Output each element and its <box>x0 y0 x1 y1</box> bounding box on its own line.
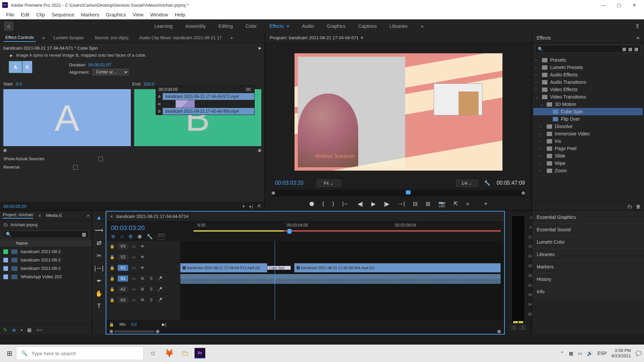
workspace-captions[interactable]: Captions <box>358 23 377 29</box>
alignment-select[interactable]: Center at ... <box>92 69 129 75</box>
bin-icon[interactable]: 🗀 <box>3 222 8 227</box>
selection-tool-icon[interactable]: ▲ <box>96 214 102 221</box>
track-header-V2[interactable]: 🔒V2▭👁 <box>106 252 180 262</box>
zoom-handle-l[interactable] <box>110 330 113 333</box>
tray-clock[interactable]: 3:58 PM8/23/2021 <box>611 348 631 358</box>
workspace-libraries[interactable]: Libraries <box>389 23 408 29</box>
project-search[interactable]: 🔍▦ <box>3 231 89 238</box>
effects-item-page-peel[interactable]: ›Page Peel <box>533 145 643 152</box>
start-value[interactable]: 0.0 <box>16 81 22 86</box>
program-monitor[interactable]: Andrea Suescun <box>265 43 532 177</box>
project-item[interactable]: WhatsApp Video 202 <box>0 273 92 281</box>
reverse-checkbox[interactable] <box>73 165 78 170</box>
effects-item-immersive-video[interactable]: ›Immersive Video <box>533 130 643 137</box>
overflow-icon[interactable]: » <box>466 200 469 207</box>
effects-item-dissolve[interactable]: ›Dissolve <box>533 123 643 130</box>
ripple-tool-icon[interactable]: ⇄ <box>97 239 102 247</box>
lock-mix-icon[interactable]: 🔒 <box>109 322 114 327</box>
maximize-button[interactable]: ▢ <box>611 0 627 10</box>
panel-menu-icon[interactable]: ≡ <box>637 35 639 41</box>
project-item[interactable]: bandicam 2021-08-2 <box>0 247 92 256</box>
skip-icon[interactable]: ▶| <box>162 322 166 327</box>
tab-lumetri-scopes[interactable]: Lumetri Scopes <box>51 34 86 42</box>
mix-value[interactable]: 0.0 <box>131 322 137 327</box>
effects-item-iris[interactable]: ›Iris <box>533 137 643 145</box>
firefox-icon[interactable]: 🦊 <box>162 347 176 360</box>
zoom-fit-select[interactable]: Fit ⌄ <box>317 180 341 187</box>
menu-file[interactable]: File <box>3 11 17 18</box>
freeform-icon[interactable]: ✎ <box>3 327 7 333</box>
workspace-effects[interactable]: Effects <box>269 23 284 29</box>
menu-help[interactable]: Help <box>171 11 189 18</box>
panel-lumetri-color[interactable]: Lumetri Color <box>532 236 644 248</box>
mini-transition[interactable] <box>175 100 195 108</box>
effects-item-zoom[interactable]: ›Zoom <box>533 167 643 174</box>
sequence-name[interactable]: bandicam 2021-08-21 17-34-04-571 <box>116 214 186 219</box>
delete-icon[interactable]: 🗑 <box>636 204 641 209</box>
razor-tool-icon[interactable]: ✂ <box>97 252 102 259</box>
tray-notifications-icon[interactable]: 💬 <box>636 351 641 356</box>
play-transition-icon[interactable]: ▶ <box>259 46 261 50</box>
fx-badge-1-icon[interactable]: ▦ <box>622 47 626 52</box>
settings-icon[interactable]: 🔧 <box>484 180 490 186</box>
workspace-editing[interactable]: Editing <box>218 23 233 29</box>
preview-play-icon[interactable]: ▶ <box>10 53 13 57</box>
track-header-A2[interactable]: 🔒A2▭MS🎤 <box>106 284 180 295</box>
effects-item-audio-transitions[interactable]: ›Audio Transitions <box>533 78 643 86</box>
effects-item-presets[interactable]: ›Presets <box>533 56 643 64</box>
workspace-assembly[interactable]: Assembly <box>185 23 206 29</box>
add-button-icon[interactable]: + <box>484 200 487 207</box>
preview-slider[interactable] <box>3 148 261 153</box>
freeform-view-icon[interactable]: ▦ <box>27 327 32 333</box>
effects-item-3d-motion[interactable]: ⌄3D Motion <box>533 101 643 108</box>
duration-value[interactable]: 00:00:01:07 <box>88 62 111 67</box>
fx-badge-2-icon[interactable]: ▦ <box>628 47 632 52</box>
effects-item-flip-over[interactable]: Flip Over <box>533 115 643 123</box>
effects-item-cube-spin[interactable]: Cube Spin <box>533 108 643 115</box>
tab-media[interactable]: Media E <box>46 213 62 218</box>
snapshot-icon[interactable]: 📷 <box>438 200 445 207</box>
workspace-color[interactable]: Color <box>246 23 257 29</box>
panel-essential-graphics[interactable]: Essential Graphics <box>532 211 644 223</box>
workspace-learning[interactable]: Learning <box>154 23 173 29</box>
goto-out-icon[interactable]: →| <box>397 200 405 207</box>
column-name[interactable]: Name <box>0 239 92 247</box>
new-item-icon[interactable]: ▦ <box>82 232 86 237</box>
filter-icon[interactable]: ▾ <box>243 204 245 209</box>
clip-2[interactable]: bandicam 2021-08-21 17-42-48-954.mp4 [V] <box>294 263 501 273</box>
tray-chevron-icon[interactable]: ⌃ <box>560 351 564 356</box>
tag-icon[interactable]: ⬣ <box>138 234 142 240</box>
timeline-content[interactable]: bandicam 2021-08-21 17-34-04-571.mp4 [V]… <box>180 241 504 320</box>
tray-volume-icon[interactable]: 🔊 <box>587 351 593 356</box>
minimize-button[interactable]: — <box>596 0 611 10</box>
menu-view[interactable]: View <box>129 11 147 18</box>
zoom-slider[interactable]: ○─ <box>36 327 42 333</box>
extract-icon[interactable]: ⊞ <box>426 200 430 207</box>
menu-clip[interactable]: Clip <box>33 11 48 18</box>
tray-battery-icon[interactable]: ▭ <box>578 351 582 356</box>
step-fwd-icon[interactable]: |▶ <box>384 200 389 207</box>
panel-markers[interactable]: Markers <box>532 260 644 273</box>
goto-in-icon[interactable]: |← <box>342 200 349 207</box>
project-item[interactable]: bandicam 2021-08-2 <box>0 264 92 273</box>
effects-item-video-transitions[interactable]: ⌄Video Transitions <box>533 93 643 101</box>
tab-project[interactable]: Project: Arichan <box>3 212 33 219</box>
icon-view-icon[interactable]: ▪ <box>21 327 22 333</box>
mini-clip-a[interactable]: bandicam 2021-08-21 17-34-04-571.mp4 <box>163 93 254 100</box>
panel-history[interactable]: History <box>532 273 644 285</box>
program-scrubber[interactable] <box>272 190 525 196</box>
solo-r[interactable]: S <box>520 325 526 330</box>
timeline-ruler[interactable]: 9:05 00:03:04:05 00:03:09:04 <box>194 221 504 241</box>
premiere-taskbar-icon[interactable]: Pr <box>195 348 205 359</box>
transition-cube-spin[interactable]: Cube Spin <box>267 266 291 270</box>
track-select-tool-icon[interactable]: ⟶ <box>95 227 103 234</box>
program-tc-left[interactable]: 00:03:03:20 <box>275 180 304 186</box>
workspace-audio[interactable]: Audio <box>302 23 314 29</box>
marker-icon[interactable]: ⬣ <box>309 200 314 207</box>
play-icon[interactable]: ▶ <box>371 200 376 207</box>
new-bin-icon[interactable]: 🗀 <box>627 204 632 209</box>
show-actual-checkbox[interactable] <box>98 157 103 161</box>
out-point-icon[interactable]: } <box>332 200 334 207</box>
ec-timecode[interactable]: 00:03:03:20 <box>3 204 26 209</box>
slip-tool-icon[interactable]: |↔| <box>94 265 103 272</box>
